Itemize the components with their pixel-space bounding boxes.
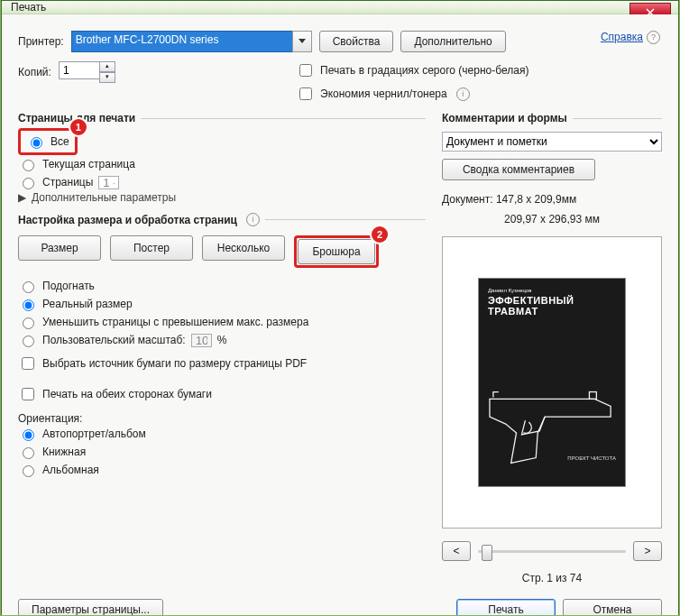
printer-label: Принтер:	[18, 35, 64, 48]
book-title-line2: ТРАВМАТ	[488, 306, 616, 317]
tab-poster[interactable]: Постер	[110, 235, 193, 261]
tab-size[interactable]: Размер	[18, 235, 101, 261]
tab-booklet[interactable]: Брошюра	[298, 239, 375, 264]
properties-button[interactable]: Свойства	[319, 31, 394, 52]
grayscale-checkbox[interactable]	[299, 64, 312, 77]
preview-next-button[interactable]: >	[633, 541, 662, 561]
help-icon: ?	[647, 31, 660, 44]
copies-spin-down[interactable]: ▾	[99, 72, 115, 83]
scale-custom-radio[interactable]	[23, 336, 34, 347]
orient-portrait-label: Книжная	[42, 446, 86, 458]
window-title: Печать	[7, 1, 46, 14]
scale-fit-label: Подогнать	[42, 280, 95, 292]
orient-auto-radio[interactable]	[23, 429, 34, 441]
printer-select[interactable]: Brother MFC-L2700DN series	[71, 31, 293, 52]
comments-select[interactable]: Документ и пометки	[442, 132, 662, 152]
range-current-radio[interactable]	[23, 160, 34, 171]
svg-rect-0	[589, 392, 596, 400]
paper-size-label: 209,97 x 296,93 мм	[442, 213, 662, 225]
copies-label: Копий:	[18, 66, 51, 78]
more-options-toggle[interactable]: ▶Дополнительные параметры	[18, 191, 426, 204]
choose-source-checkbox[interactable]	[22, 357, 34, 370]
tab-multiple[interactable]: Несколько	[202, 235, 285, 261]
annotation-badge-1: 1	[69, 117, 88, 137]
saveink-checkbox[interactable]	[299, 87, 312, 100]
cancel-button[interactable]: Отмена	[563, 599, 662, 615]
annotation-badge-2: 2	[370, 225, 390, 244]
grayscale-label: Печать в градациях серого (черно-белая)	[320, 64, 528, 77]
page-setup-button[interactable]: Параметры страницы...	[18, 599, 163, 615]
scale-actual-radio[interactable]	[23, 299, 34, 311]
info-icon: i	[456, 87, 470, 101]
scale-custom-input[interactable]	[191, 334, 212, 347]
preview-zoom-slider[interactable]	[478, 550, 626, 553]
range-all-label: Все	[51, 135, 69, 148]
comments-title: Комментарии и формы	[442, 112, 567, 124]
chevron-down-icon	[299, 39, 306, 44]
titlebar: Печать	[2, 1, 678, 14]
copies-input[interactable]	[59, 61, 100, 79]
range-pages-input[interactable]	[98, 176, 119, 189]
scale-shrink-radio[interactable]	[23, 317, 34, 329]
gun-icon	[486, 386, 620, 470]
doc-size-label: Документ: 147,8 x 209,9мм	[442, 193, 662, 206]
percent-label: %	[217, 334, 227, 346]
page-counter: Стр. 1 из 74	[442, 572, 662, 584]
scale-shrink-label: Уменьшить страницы с превышением макс. р…	[42, 316, 308, 328]
range-all-radio[interactable]	[31, 137, 42, 149]
preview-prev-button[interactable]: <	[442, 541, 471, 561]
book-author: Даниил Кузнецов	[488, 288, 616, 293]
slider-thumb[interactable]	[482, 545, 492, 561]
choose-source-label: Выбрать источник бумаги по размеру стран…	[42, 357, 307, 370]
range-pages-label: Страницы	[42, 176, 93, 188]
copies-spin-up[interactable]: ▴	[99, 61, 115, 72]
print-button[interactable]: Печать	[456, 599, 556, 615]
book-title-line1: ЭФФЕКТИВНЫЙ	[488, 295, 616, 306]
comments-summary-button[interactable]: Сводка комментариев	[442, 159, 595, 180]
preview-area: Даниил Кузнецов ЭФФЕКТИВНЫЙ ТРАВМАТ ПРОЕ…	[442, 236, 662, 529]
scale-custom-label: Пользовательский масштаб:	[42, 334, 186, 346]
duplex-checkbox[interactable]	[22, 388, 34, 400]
handling-title: Настройка размера и обработка страниц	[18, 214, 237, 226]
scale-actual-label: Реальный размер	[42, 298, 133, 310]
printer-dropdown-button[interactable]	[292, 31, 312, 52]
range-pages-radio[interactable]	[23, 178, 34, 189]
orient-landscape-radio[interactable]	[23, 465, 34, 477]
orient-auto-label: Автопортрет/альбом	[42, 428, 146, 440]
orient-portrait-radio[interactable]	[23, 447, 34, 459]
orientation-title: Ориентация:	[18, 412, 426, 425]
preview-page: Даниил Кузнецов ЭФФЕКТИВНЫЙ ТРАВМАТ ПРОЕ…	[478, 278, 626, 487]
info-icon: i	[246, 213, 260, 226]
range-current-label: Текущая страница	[42, 158, 135, 170]
advanced-button[interactable]: Дополнительно	[400, 31, 505, 52]
saveink-label: Экономия чернил/тонера	[320, 87, 447, 100]
scale-fit-radio[interactable]	[23, 281, 34, 293]
duplex-label: Печать на обеих сторонах бумаги	[42, 388, 212, 400]
orient-landscape-label: Альбомная	[42, 464, 99, 476]
help-link[interactable]: Справка?	[601, 31, 660, 44]
